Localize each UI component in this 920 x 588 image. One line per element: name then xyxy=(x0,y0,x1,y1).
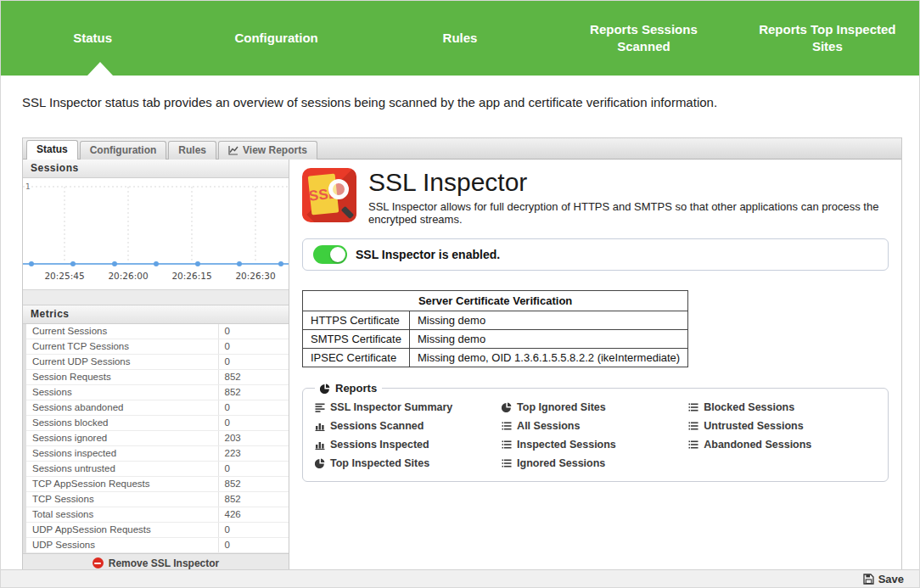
reports-column-1: SSL Inspector Summary Sessions Scanned S… xyxy=(315,401,502,469)
panel-tab-status[interactable]: Status xyxy=(26,140,78,160)
report-link-label: Sessions Scanned xyxy=(330,420,424,432)
report-link-inspected-sessions[interactable]: Inspected Sessions xyxy=(502,439,688,451)
remove-ssl-inspector-button[interactable]: Remove SSL Inspector xyxy=(93,557,220,569)
metrics-header: Metrics xyxy=(23,305,289,324)
panel-tab-configuration[interactable]: Configuration xyxy=(80,141,167,160)
panel-tab-rules[interactable]: Rules xyxy=(168,141,216,160)
top-tab-reports-sessions-scanned[interactable]: Reports Sessions Scanned xyxy=(552,1,735,76)
app-header: SSL SSL Inspector SSL Inspector allows f… xyxy=(302,168,889,226)
cert-label: HTTPS Certificate xyxy=(303,311,410,330)
cert-label: IPSEC Certificate xyxy=(303,349,410,367)
list-icon xyxy=(502,458,512,468)
metric-value: 0 xyxy=(218,400,289,416)
report-link-ignored-sessions[interactable]: Ignored Sessions xyxy=(502,457,688,469)
bar-chart-icon xyxy=(315,440,325,450)
report-link-label: Top Ignored Sites xyxy=(517,401,606,413)
panel-tab-view-reports[interactable]: View Reports xyxy=(218,141,317,160)
sidebar: Sessions xyxy=(23,160,289,575)
enabled-text: SSL Inspector is enabled. xyxy=(356,248,500,261)
top-nav: Status Configuration Rules Reports Sessi… xyxy=(1,1,919,76)
panel-tab-status-label: Status xyxy=(36,143,68,155)
metric-label: TCP Sessions xyxy=(25,492,218,507)
list-icon xyxy=(688,402,698,412)
report-link-abandoned-sessions[interactable]: Abandoned Sessions xyxy=(688,439,875,451)
line-chart-icon xyxy=(228,145,238,155)
metric-label: Sessions inspected xyxy=(25,446,218,462)
top-tab-configuration[interactable]: Configuration xyxy=(184,1,367,76)
list-icon xyxy=(502,421,512,431)
report-link-top-ignored-sites[interactable]: Top Ignored Sites xyxy=(502,401,688,413)
report-link-label: Abandoned Sessions xyxy=(704,439,811,451)
cert-verification-table: Server Certificate Verification HTTPS Ce… xyxy=(302,290,688,367)
metric-value: 0 xyxy=(218,339,289,355)
top-tab-rules[interactable]: Rules xyxy=(368,1,552,76)
report-link-label: Untrusted Sessions xyxy=(704,420,803,432)
chart-xtick-2: 20:26:15 xyxy=(171,271,211,281)
metric-value: 0 xyxy=(218,355,289,370)
list-icon xyxy=(688,440,698,450)
report-link-blocked-sessions[interactable]: Blocked Sessions xyxy=(688,401,875,413)
enabled-toggle[interactable] xyxy=(313,245,347,264)
report-link-sessions-inspected[interactable]: Sessions Inspected xyxy=(315,439,502,451)
chart-ytick-1: 1 xyxy=(25,182,31,191)
cert-value: Missing demo xyxy=(409,330,687,349)
metric-value: 0 xyxy=(218,324,289,339)
magnifier-icon xyxy=(328,179,349,199)
remove-circle-icon xyxy=(93,557,104,568)
metric-value: 0 xyxy=(218,462,289,477)
table-row: IPSEC CertificateMissing demo, OID 1.3.6… xyxy=(303,349,688,367)
chart-xtick-3: 20:26:30 xyxy=(235,271,275,281)
report-link-label: Inspected Sessions xyxy=(517,439,616,451)
reports-legend-label: Reports xyxy=(335,382,377,395)
intro-text: SSL Inspector status tab provides an ove… xyxy=(22,95,898,109)
footer-bar: Save xyxy=(1,569,919,587)
table-row: SMTPS CertificateMissing demo xyxy=(303,330,688,349)
panel-tab-configuration-label: Configuration xyxy=(90,144,157,156)
top-tab-reports-top-inspected-sites[interactable]: Reports Top Inspected Sites xyxy=(736,1,919,76)
table-row: Sessions untrusted0 xyxy=(25,462,289,477)
report-link-label: Ignored Sessions xyxy=(517,457,605,469)
table-row: UDP AppSession Requests0 xyxy=(25,523,289,538)
chart-xtick-0: 20:25:45 xyxy=(44,271,84,281)
table-row: Sessions852 xyxy=(25,385,289,400)
list-icon xyxy=(688,421,698,431)
metric-value: 426 xyxy=(218,507,289,523)
table-row: Total sessions426 xyxy=(25,507,289,523)
panel-tabbar: Status Configuration Rules View Reports xyxy=(23,138,901,160)
ssl-inspector-panel: Status Configuration Rules View Reports … xyxy=(22,137,902,575)
metric-value: 852 xyxy=(218,385,289,400)
reports-column-2: Top Ignored Sites All Sessions Inspected… xyxy=(502,401,688,469)
report-link-top-inspected-sites[interactable]: Top Inspected Sites xyxy=(315,457,502,469)
table-row: Sessions inspected223 xyxy=(25,446,289,462)
chart-xtick-1: 20:26:00 xyxy=(108,271,148,281)
table-row: TCP AppSession Requests852 xyxy=(25,477,289,492)
table-row: TCP Sessions852 xyxy=(25,492,289,507)
report-link-sessions-scanned[interactable]: Sessions Scanned xyxy=(315,420,502,432)
report-link-untrusted-sessions[interactable]: Untrusted Sessions xyxy=(688,420,875,432)
report-summary-icon xyxy=(315,402,325,412)
report-link-ssl-inspector-summary[interactable]: SSL Inspector Summary xyxy=(315,401,502,413)
report-link-label: Blocked Sessions xyxy=(704,401,794,413)
metric-label: Sessions ignored xyxy=(25,431,218,446)
report-link-all-sessions[interactable]: All Sessions xyxy=(502,420,688,432)
pie-chart-icon xyxy=(502,402,512,412)
metric-label: Sessions blocked xyxy=(25,416,218,431)
report-link-label: All Sessions xyxy=(517,420,580,432)
metric-value: 852 xyxy=(218,492,289,507)
metric-label: Session Requests xyxy=(25,370,218,385)
cert-value: Missing demo, OID 1.3.6.1.5.5.8.2.2 (ike… xyxy=(409,349,687,367)
top-tab-status[interactable]: Status xyxy=(1,1,184,76)
ssl-inspector-logo-icon: SSL xyxy=(302,168,356,222)
save-button[interactable]: Save xyxy=(863,573,904,585)
cert-table-title: Server Certificate Verification xyxy=(303,291,688,311)
reports-legend: Reports xyxy=(315,382,382,395)
metric-label: UDP Sessions xyxy=(25,538,218,553)
metric-label: Sessions untrusted xyxy=(25,462,218,477)
metric-value: 203 xyxy=(218,431,289,446)
metric-label: TCP AppSession Requests xyxy=(25,477,218,492)
report-link-label: SSL Inspector Summary xyxy=(330,401,452,413)
table-row: Session Requests852 xyxy=(25,370,289,385)
table-row: Current TCP Sessions0 xyxy=(25,339,289,355)
panel-tab-rules-label: Rules xyxy=(178,144,206,156)
reports-section: Reports SSL Inspector Summary Sessions S… xyxy=(302,382,889,482)
